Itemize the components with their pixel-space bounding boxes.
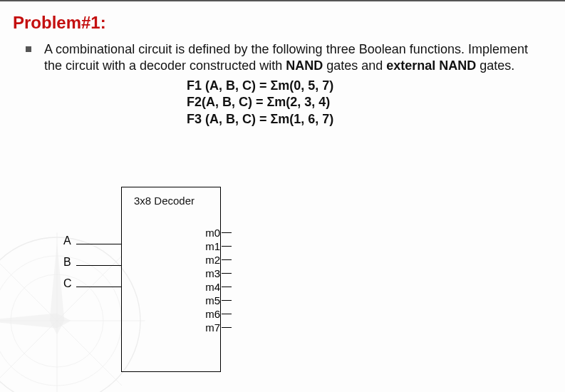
equation-f2: F2(A, B, C) = Σm(2, 3, 4) <box>187 94 528 110</box>
output-wire <box>222 259 232 260</box>
output-wire <box>222 327 232 328</box>
input-wire <box>76 287 122 287</box>
output-label-m6: m6 <box>205 308 220 320</box>
text-bold-external-nand: external NAND <box>386 58 476 73</box>
input-wire <box>76 244 122 244</box>
problem-title: Problem#1: <box>13 13 528 33</box>
text-part2: gates and <box>323 58 386 73</box>
equation-f1: F1 (A, B, C) = Σm(0, 5, 7) <box>187 78 528 94</box>
output-label-m3: m3 <box>205 267 220 279</box>
problem-statement: A combinational circuit is defined by th… <box>44 41 528 128</box>
decoder-box: 3x8 Decoder A B C m0 m1 m2 m <box>121 187 221 372</box>
output-label-m7: m7 <box>205 321 220 334</box>
input-row-a: A <box>63 230 122 252</box>
input-row-b: B <box>63 252 122 273</box>
input-label-b: B <box>63 256 76 269</box>
output-row: m1 <box>205 239 232 253</box>
output-row: m6 <box>205 307 232 321</box>
output-row: m4 <box>205 280 232 294</box>
output-wire <box>222 232 232 233</box>
input-row-c: C <box>63 273 122 294</box>
output-wire <box>222 246 232 247</box>
equations-block: F1 (A, B, C) = Σm(0, 5, 7) F2(A, B, C) =… <box>187 78 528 128</box>
decoder-title: 3x8 Decoder <box>134 195 195 207</box>
input-label-c: C <box>63 277 76 290</box>
decoder-inputs: A B C <box>63 230 122 294</box>
output-wire <box>222 287 232 287</box>
text-part3: gates. <box>476 58 514 73</box>
input-wire <box>76 265 122 266</box>
svg-marker-5 <box>50 242 65 335</box>
output-label-m4: m4 <box>205 281 220 293</box>
equation-f3: F3 (A, B, C) = Σm(1, 6, 7) <box>187 111 528 128</box>
output-label-m2: m2 <box>205 254 220 266</box>
decoder-diagram: 3x8 Decoder A B C m0 m1 m2 m <box>121 187 264 372</box>
svg-marker-6 <box>0 314 71 329</box>
output-wire <box>222 273 232 274</box>
output-row: m0 <box>205 226 232 239</box>
output-label-m0: m0 <box>205 227 220 239</box>
bullet-icon <box>26 46 31 52</box>
decoder-outputs: m0 m1 m2 m3 m4 m5 m6 m7 <box>205 226 232 334</box>
input-label-a: A <box>63 234 76 247</box>
text-bold-nand: NAND <box>286 58 323 73</box>
output-row: m2 <box>205 253 232 267</box>
output-row: m5 <box>205 294 232 307</box>
output-label-m1: m1 <box>205 240 220 252</box>
output-row: m3 <box>205 267 232 280</box>
output-row: m7 <box>205 321 232 334</box>
page-content: Problem#1: A combinational circuit is de… <box>0 0 565 128</box>
output-wire <box>222 314 232 314</box>
output-wire <box>222 300 232 301</box>
output-label-m5: m5 <box>205 294 220 306</box>
bullet-paragraph: A combinational circuit is defined by th… <box>26 41 528 128</box>
